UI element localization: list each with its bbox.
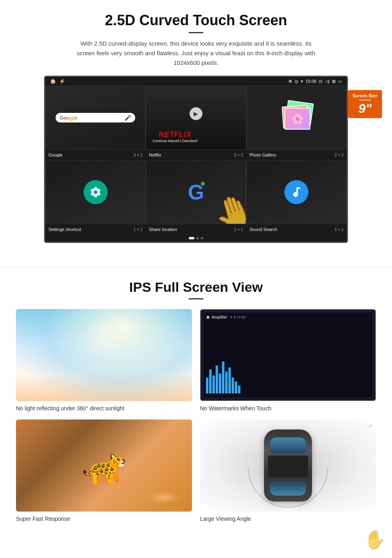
share-label: Share location 1 × 1 <box>146 226 246 233</box>
window-icon: ▭ <box>338 79 342 84</box>
car-image: ↗ <box>200 420 376 512</box>
amplifier-image: 🏠 Amplifier ≡ ▾ 17:33 <box>200 309 376 401</box>
fast-response-caption: Super Fast Response <box>16 516 192 522</box>
volume-icon: ◁) <box>325 79 330 84</box>
dot-1 <box>189 237 194 239</box>
signal-icon: ⊠ <box>332 79 336 84</box>
gallery-label: Photo Gallery 2 × 2 <box>246 151 347 159</box>
gallery-app-cell[interactable]: 🌸 <box>246 86 347 150</box>
amp-topbar: 🏠 Amplifier ≡ ▾ 17:33 <box>206 315 370 319</box>
status-bar: 🏠 ⚡ ✻ ◎ ▾ 15:06 ⊡ ◁) ⊠ ▭ <box>45 77 347 86</box>
section1-title: 2.5D Curved Touch Screen <box>24 12 368 29</box>
eq-bar-6 <box>222 361 224 393</box>
netflix-logo: NETFLIX <box>152 130 197 139</box>
viewing-angle-caption: Large Viewing Angle <box>200 516 376 522</box>
settings-icon <box>84 180 108 204</box>
eq-bar-11 <box>238 385 240 393</box>
bluetooth-icon: ✻ <box>288 79 292 84</box>
amp-wifi-indicator: ▾ <box>234 315 236 319</box>
device-screen: 🏠 ⚡ ✻ ◎ ▾ 15:06 ⊡ ◁) ⊠ ▭ <box>44 76 348 243</box>
dust-cloud <box>148 492 180 504</box>
car-windshield <box>270 438 306 454</box>
section2-divider <box>189 298 203 299</box>
cheetah-image: 🐆 <box>16 420 192 512</box>
screen-size-badge: Screen Size 9" <box>348 90 382 118</box>
google-maps-icon: G <box>188 180 204 204</box>
share-location-cell[interactable]: G 🤚 <box>146 160 246 224</box>
features-grid: No light reflecting under 360° direct su… <box>16 309 376 522</box>
app-grid-row2: G 🤚 <box>45 160 347 224</box>
location-icon: ◎ <box>294 79 298 84</box>
google-app-cell[interactable]: Google 🎤 <box>45 86 146 150</box>
app-label-row1: Google 3 × 1 Netflix 3 × 2 Photo Gallery… <box>45 150 347 160</box>
section1-description: With 2.5D curved-display screen, this de… <box>72 39 320 68</box>
sound-label: Sound Search 1 × 1 <box>246 226 347 233</box>
angle-label: ↗ <box>368 424 372 429</box>
status-bar-right: ✻ ◎ ▾ 15:06 ⊡ ◁) ⊠ ▭ <box>288 79 342 84</box>
amp-home-icon: 🏠 <box>206 315 210 319</box>
app-grid-row1: Google 🎤 ▶ NETFLIX Continue Marvel's Dar… <box>45 86 347 150</box>
netflix-subtitle: Continue Marvel's Daredevil <box>152 139 197 143</box>
gallery-card-3: 🌸 <box>284 108 310 130</box>
settings-label: Settings shortcut 1 × 1 <box>45 226 146 233</box>
google-logo: Google <box>60 115 78 121</box>
eq-bar-10 <box>235 381 237 393</box>
title-divider <box>189 32 203 33</box>
feature-sunlight: No light reflecting under 360° direct su… <box>16 309 192 411</box>
eq-bar-8 <box>228 367 231 393</box>
section-ips: IPS Full Screen View No light reflecting… <box>0 279 392 538</box>
sound-search-icon <box>284 180 308 204</box>
page-divider <box>0 267 392 267</box>
google-search-bar[interactable]: Google 🎤 <box>56 113 135 122</box>
eq-bar-7 <box>225 371 228 393</box>
dot-3 <box>201 237 203 239</box>
play-button[interactable]: ▶ <box>190 107 202 120</box>
feature-watermark: 🏠 Amplifier ≡ ▾ 17:33 <box>200 309 376 411</box>
feature-viewing-angle: ↗ Large Viewing Angle <box>200 420 376 522</box>
amp-screen: 🏠 Amplifier ≡ ▾ 17:33 <box>204 313 372 397</box>
badge-divider <box>359 100 371 100</box>
eq-bar-4 <box>216 365 218 393</box>
clock-time: 15:06 <box>306 79 317 84</box>
app-label-row2: Settings shortcut 1 × 1 Share location 1… <box>45 224 347 235</box>
mic-icon: 🎤 <box>124 114 131 121</box>
amp-time: 17:33 <box>237 315 245 319</box>
eq-bars <box>206 321 370 395</box>
section-curved-touch: 2.5D Curved Touch Screen With 2.5D curve… <box>0 0 392 251</box>
netflix-content: ▶ NETFLIX Continue Marvel's Daredevil <box>146 86 246 149</box>
status-bar-left: 🏠 ⚡ <box>50 78 65 84</box>
section2-title: IPS Full Screen View <box>16 279 376 295</box>
watermark-caption: No Watermarks When Touch <box>200 405 376 411</box>
sunlight-caption: No light reflecting under 360° direct su… <box>16 405 192 411</box>
eq-bar-9 <box>232 377 234 393</box>
eq-bar-5 <box>219 373 221 393</box>
amp-menu-icon: ≡ <box>230 315 232 319</box>
wifi-icon: ▾ <box>301 79 303 84</box>
dot-2 <box>196 237 199 239</box>
sunlight-image <box>16 309 192 401</box>
netflix-label: Netflix 3 × 2 <box>146 151 246 159</box>
google-label: Google 3 × 1 <box>45 151 146 159</box>
camera-icon: ⊡ <box>319 79 322 84</box>
settings-app-cell[interactable] <box>45 160 146 224</box>
sky-rays <box>16 309 192 401</box>
cheetah-icon: 🐆 <box>82 445 126 487</box>
eq-bar-3 <box>212 375 215 393</box>
home-icon: 🏠 <box>50 78 56 84</box>
feature-fast-response: 🐆 Super Fast Response <box>16 420 192 522</box>
amp-title-text: Amplifier <box>212 315 227 319</box>
eq-bar-2 <box>209 369 212 393</box>
gallery-stack: 🌸 <box>280 102 312 134</box>
sound-search-cell[interactable] <box>246 160 347 224</box>
netflix-app-cell[interactable]: ▶ NETFLIX Continue Marvel's Daredevil <box>146 86 246 150</box>
eq-bar-1 <box>206 377 208 393</box>
viewing-angle-arc <box>248 468 328 508</box>
usb-icon: ⚡ <box>59 78 65 84</box>
pagination-dots <box>45 235 347 242</box>
